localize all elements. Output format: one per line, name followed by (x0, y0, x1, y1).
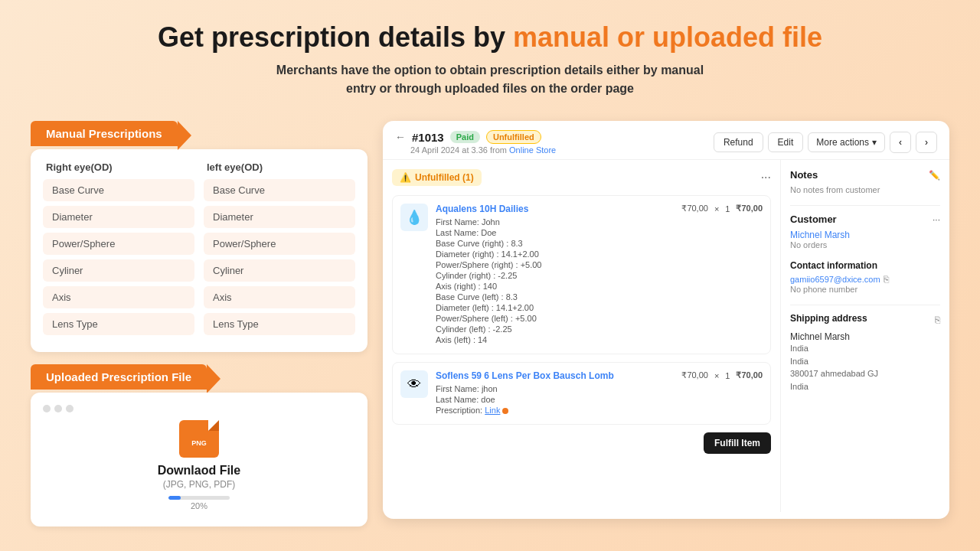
item-detail-axis-right: Axis (right) : 140 (436, 282, 674, 291)
item-price-1: ₹70,00 × 1 ₹70,00 (681, 204, 763, 214)
manual-prescriptions-section: Manual Prescriptions Right eye(OD) Base … (31, 121, 368, 352)
prescription-link[interactable]: Link (485, 406, 500, 415)
progress-bar-fill (168, 496, 181, 500)
divider-2 (790, 305, 940, 305)
customer-name[interactable]: Michnel Marsh (790, 230, 940, 240)
item-detail-prescription-2: Prescription: Link (436, 406, 674, 415)
dot-green (66, 405, 74, 412)
order-panel: ← #1013 Paid Unfulfilled 24 April 2024 a… (383, 121, 949, 519)
order-header: ← #1013 Paid Unfulfilled 24 April 2024 a… (383, 121, 949, 160)
field-lens-right: Lens Type (43, 313, 194, 335)
field-diameter-left: Diameter (204, 206, 355, 228)
shipping-section: Shipping address ⎘ Michnel Marsh India I… (790, 313, 940, 393)
item-detail-dia-right: Diameter (right) : 14.1+2.00 (436, 249, 674, 259)
field-power-right: Power/Sphere (43, 233, 194, 255)
item-detail-bc-left: Base Curve (left) : 8.3 (436, 292, 674, 302)
right-eye-column: Right eye(OD) Base Curve Diameter Power/… (43, 161, 194, 340)
traffic-lights (43, 405, 355, 412)
contact-section: Contact information gamiio6597@dxice.com… (790, 260, 940, 294)
item-detail-bc-right: Base Curve (right) : 8.3 (436, 239, 674, 248)
customer-title: Customer (790, 214, 837, 225)
back-arrow[interactable]: ← (395, 131, 406, 143)
field-base-curve-right: Base Curve (43, 179, 194, 201)
copy-address-icon[interactable]: ⎘ (935, 315, 940, 325)
field-lens-left: Lens Type (204, 313, 355, 335)
more-actions-button[interactable]: More actions ▾ (808, 132, 885, 152)
contact-title: Contact information (790, 260, 940, 271)
page-title: Get prescription details by manual or up… (31, 21, 949, 54)
progress-bar (168, 496, 230, 500)
order-main: ⚠️ Unfulfilled (1) ··· 💧 Aqualens 10H Da… (383, 160, 781, 512)
pencil-icon[interactable]: ✏️ (929, 170, 940, 181)
refund-button[interactable]: Refund (714, 132, 763, 152)
order-body: ⚠️ Unfulfilled (1) ··· 💧 Aqualens 10H Da… (383, 160, 949, 512)
fulfillment-badge: ⚠️ Unfulfilled (1) (392, 169, 482, 186)
field-cyliner-right: Cyliner (43, 259, 194, 282)
item-qty: 1 (725, 204, 730, 214)
fulfill-btn-container: Fulfill Item (392, 432, 771, 454)
item-total-2: ₹70,00 (736, 370, 763, 380)
order-item-2: 👁 Soflens 59 6 Lens Per Box Bausch Lomb … (392, 362, 771, 425)
item-price-unit-2: ₹70,00 (681, 370, 708, 380)
fulfill-item-button[interactable]: Fulfill Item (704, 432, 771, 454)
upload-section: Uploaded Prescription File PNG Downlaod … (31, 364, 368, 527)
item-detail-lastname-1: Last Name: Doe (436, 228, 674, 237)
item-name-1[interactable]: Aqualens 10H Dailies (436, 204, 674, 214)
item-info-1: Aqualens 10H Dailies First Name: John La… (436, 204, 674, 346)
item-thumb-1: 💧 (400, 204, 428, 231)
contact-email[interactable]: gamiio6597@dxice.com (790, 275, 880, 284)
order-store-link[interactable]: Online Store (509, 145, 556, 155)
page-subtitle: Merchants have the option to obtain pres… (31, 61, 949, 98)
prev-order-button[interactable]: ‹ (890, 132, 911, 153)
field-axis-right: Axis (43, 286, 194, 308)
item-qty-2: 1 (725, 371, 730, 380)
item-detail-firstname-1: First Name: John (436, 217, 674, 227)
order-date: 24 April 2024 at 3.36 from Online Store (395, 145, 556, 155)
item-price-unit: ₹70,00 (681, 204, 708, 214)
right-eye-header: Right eye(OD) (43, 161, 194, 173)
field-diameter-right: Diameter (43, 206, 194, 228)
item-price-2: ₹70,00 × 1 ₹70,00 (681, 370, 763, 380)
progress-pct: 20% (191, 501, 207, 510)
order-header-right: Refund Edit More actions ▾ ‹ › (714, 132, 937, 153)
field-base-curve-left: Base Curve (204, 179, 355, 201)
customer-orders: No orders (790, 240, 940, 249)
item-detail-pow-left: Power/Sphere (left) : +5.00 (436, 314, 674, 323)
manual-prescriptions-label: Manual Prescriptions (31, 121, 178, 146)
item-thumb-2: 👁 (400, 370, 428, 398)
dot-red (43, 405, 51, 412)
download-sub: (JPG, PNG, PDF) (163, 479, 236, 490)
notes-text: No notes from customer (790, 185, 940, 194)
warning-icon: ⚠️ (400, 172, 411, 183)
field-cyliner-left: Cyliner (204, 259, 355, 282)
chevron-down-icon: ▾ (872, 137, 877, 148)
badge-unfulfilled: Unfulfilled (486, 130, 541, 144)
shipping-name: Michnel Marsh (790, 331, 940, 342)
next-order-button[interactable]: › (916, 132, 937, 153)
shipping-address: India India 380017 ahmedabad GJ India (790, 342, 940, 393)
field-axis-left: Axis (204, 286, 355, 308)
copy-email-icon[interactable]: ⎘ (884, 274, 889, 285)
left-panel: Manual Prescriptions Right eye(OD) Base … (31, 121, 368, 539)
edit-button[interactable]: Edit (768, 132, 804, 152)
item-info-2: Soflens 59 6 Lens Per Box Bausch Lomb Fi… (436, 370, 674, 416)
fulfillment-dots-button[interactable]: ··· (761, 171, 771, 184)
notes-section: Notes ✏️ No notes from customer (790, 169, 940, 194)
order-header-left: ← #1013 Paid Unfulfilled 24 April 2024 a… (395, 130, 556, 155)
order-item-1: 💧 Aqualens 10H Dailies First Name: John … (392, 195, 771, 354)
field-power-left: Power/Sphere (204, 233, 355, 255)
customer-dots-button[interactable]: ··· (933, 214, 940, 225)
item-detail-ln-2: Last Name: doe (436, 395, 674, 404)
badge-paid: Paid (450, 131, 480, 143)
item-detail-dia-left: Diameter (left) : 14.1+2.00 (436, 303, 674, 312)
fulfillment-header: ⚠️ Unfulfilled (1) ··· (392, 169, 771, 186)
item-name-2[interactable]: Soflens 59 6 Lens Per Box Bausch Lomb (436, 370, 674, 381)
png-icon: PNG (179, 420, 219, 458)
divider-1 (790, 205, 940, 206)
download-title: Downlaod File (158, 464, 240, 478)
item-detail-cyl-left: Cylinder (left) : -2.25 (436, 324, 674, 334)
contact-phone: No phone number (790, 285, 940, 294)
prescription-box: Right eye(OD) Base Curve Diameter Power/… (31, 149, 368, 352)
item-total: ₹70,00 (736, 204, 763, 214)
dot-indicator (502, 408, 508, 414)
